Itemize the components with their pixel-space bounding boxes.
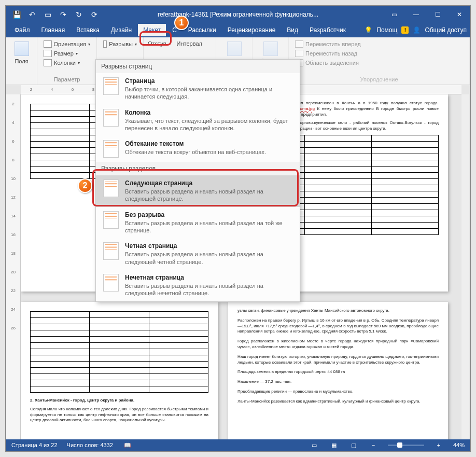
tab-view[interactable]: Вид bbox=[282, 24, 303, 36]
odd-page-icon bbox=[103, 274, 119, 292]
backward-icon bbox=[295, 50, 303, 57]
touch-icon[interactable]: ▭ bbox=[43, 9, 53, 20]
page-3[interactable]: 2. Ханты-Мансийск - город, центр округа … bbox=[21, 302, 218, 439]
dropdown-section-header: Разрывы разделов bbox=[96, 162, 300, 175]
group-arrange: Упорядочение bbox=[293, 75, 465, 82]
ribbon-options-icon[interactable]: ▭ bbox=[384, 6, 404, 23]
menu-item-next-page[interactable]: Следующая страницаВставить разрыв раздел… bbox=[96, 175, 300, 207]
sync-icon[interactable]: ⟳ bbox=[89, 9, 100, 20]
margins-icon bbox=[15, 41, 29, 56]
text-wrap-icon bbox=[103, 140, 119, 158]
spellcheck-icon[interactable]: 📖 bbox=[122, 442, 133, 449]
tab-review[interactable]: Рецензирование bbox=[222, 24, 281, 36]
close-button[interactable]: ✕ bbox=[449, 6, 470, 23]
redo-icon[interactable]: ↷ bbox=[58, 9, 68, 20]
ruler-vertical[interactable]: 2468101214161820222426 bbox=[6, 94, 21, 439]
tab-home[interactable]: Главная bbox=[36, 24, 71, 36]
help-icon[interactable]: 💡 bbox=[365, 26, 372, 34]
annotation-badge-2: 2 bbox=[78, 178, 92, 193]
status-bar: Страница 4 из 22 Число слов: 4332 📖 ▭ ▦ … bbox=[6, 439, 470, 451]
help-label[interactable]: Помощ bbox=[376, 26, 397, 34]
zoom-in-button[interactable]: + bbox=[433, 442, 444, 448]
menu-item-even-page[interactable]: Четная страницаВставить разрыв раздела и… bbox=[96, 238, 300, 270]
dropdown-section-header: Разрывы страниц bbox=[96, 60, 300, 73]
column-break-icon bbox=[103, 109, 119, 127]
menu-item-column-break[interactable]: КолонкаУказывает, что текст, следующий з… bbox=[96, 105, 300, 136]
spacing-label: Интервал bbox=[177, 40, 202, 47]
send-backward-button: Переместить назад bbox=[293, 49, 465, 58]
tab-file[interactable]: Файл bbox=[9, 24, 35, 36]
position-icon bbox=[227, 41, 242, 56]
repeat-icon[interactable]: ↻ bbox=[74, 9, 84, 20]
breaks-button[interactable]: Разрывы▾ bbox=[101, 39, 139, 49]
word-count[interactable]: Число слов: 4332 bbox=[67, 442, 113, 448]
menu-item-odd-page[interactable]: Нечетная страницаВставить разрыв раздела… bbox=[96, 270, 300, 301]
minimize-button[interactable]: — bbox=[405, 6, 426, 23]
indent-label: Отступ bbox=[148, 40, 166, 47]
zoom-slider[interactable] bbox=[388, 445, 424, 446]
menu-item-continuous[interactable]: Без разрываВставить разрыв раздела и нач… bbox=[96, 207, 300, 239]
tab-insert[interactable]: Вставка bbox=[71, 24, 105, 36]
tab-layout[interactable]: Макет bbox=[138, 24, 166, 36]
print-layout-icon[interactable]: ▦ bbox=[329, 442, 339, 449]
vertical-scrollbar[interactable] bbox=[461, 94, 469, 439]
tab-developer[interactable]: Разработчик bbox=[304, 24, 351, 36]
columns-button[interactable]: Колонки▾ bbox=[41, 58, 92, 67]
page-4[interactable]: узлы связи, финансовые учреждения Ханты-… bbox=[228, 302, 448, 439]
columns-icon bbox=[44, 59, 52, 66]
size-icon bbox=[44, 50, 52, 57]
group-page-setup: Параметр bbox=[41, 75, 92, 82]
table[interactable] bbox=[30, 311, 208, 393]
warning-icon[interactable]: ! bbox=[401, 26, 409, 34]
even-page-icon bbox=[103, 242, 119, 260]
tab-design[interactable]: Дизайн bbox=[106, 24, 137, 36]
annotation-badge-1: 1 bbox=[174, 16, 189, 30]
tab-mailings[interactable]: Рассылки bbox=[183, 24, 221, 36]
margins-button[interactable]: Поля bbox=[10, 39, 33, 66]
ribbon-tabs: Файл Главная Вставка Дизайн Макет С Расс… bbox=[6, 23, 470, 37]
zoom-out-button[interactable]: − bbox=[368, 442, 379, 448]
next-page-icon bbox=[103, 179, 119, 197]
continuous-icon bbox=[103, 211, 119, 229]
menu-item-page-break[interactable]: СтраницаВыбор точки, в которой заканчива… bbox=[96, 73, 300, 105]
undo-icon[interactable]: ↶ bbox=[27, 9, 37, 20]
forward-icon bbox=[295, 40, 303, 48]
title-bar: 💾 ↶ ▭ ↷ ↻ ⟳ referatbank-14361 [Режим огр… bbox=[6, 6, 470, 23]
bring-forward-button: Переместить вперед bbox=[293, 39, 465, 49]
share-button[interactable]: Общий доступ bbox=[425, 26, 467, 34]
save-icon[interactable]: 💾 bbox=[11, 9, 22, 20]
menu-item-text-wrap-break[interactable]: Обтекание текстомОбтекание текста вокруг… bbox=[96, 136, 300, 162]
quick-access-toolbar: 💾 ↶ ▭ ↷ ↻ ⟳ bbox=[6, 9, 105, 20]
web-layout-icon[interactable]: ▢ bbox=[348, 442, 359, 449]
orientation-icon bbox=[44, 40, 52, 48]
page-indicator[interactable]: Страница 4 из 22 bbox=[11, 442, 58, 448]
size-button[interactable]: Размер▾ bbox=[41, 49, 92, 58]
wrap-icon bbox=[263, 41, 278, 56]
read-mode-icon[interactable]: ▭ bbox=[309, 442, 319, 449]
orientation-button[interactable]: Ориентация▾ bbox=[41, 39, 92, 49]
breaks-icon bbox=[103, 40, 107, 48]
page-break-icon bbox=[103, 77, 119, 95]
user-icon[interactable]: 👤 bbox=[413, 26, 421, 34]
selection-pane-button: Область выделения bbox=[293, 58, 465, 67]
zoom-level[interactable]: 44% bbox=[453, 442, 465, 448]
maximize-button[interactable]: ☐ bbox=[427, 6, 448, 23]
breaks-dropdown: Разрывы страниц СтраницаВыбор точки, в к… bbox=[95, 59, 300, 302]
